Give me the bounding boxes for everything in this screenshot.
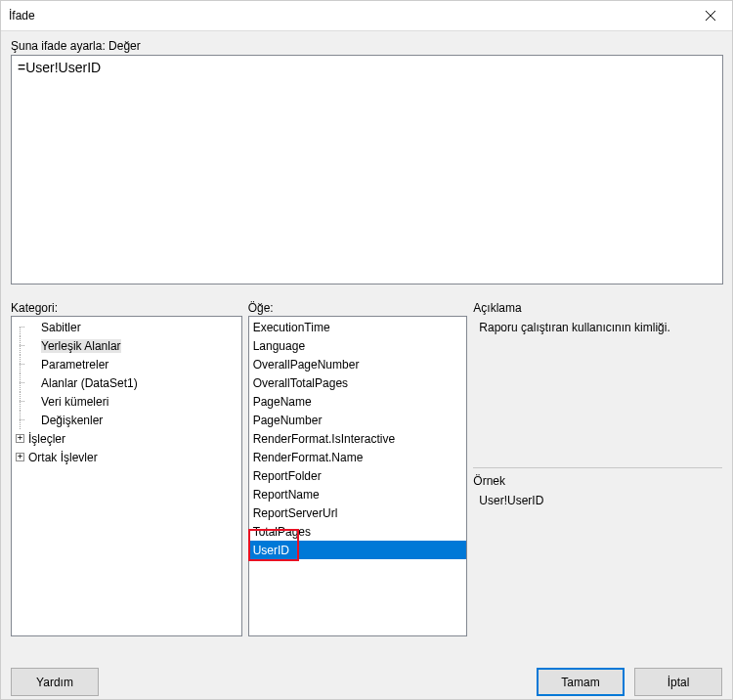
description-label: Açıklama [473,301,722,315]
cancel-button[interactable]: İptal [634,668,722,696]
dialog-content: Şuna ifade ayarla: Değer Kategori: Sabit… [1,30,732,700]
item-label: Öğe: [248,301,468,315]
list-item[interactable]: RenderFormat.IsInteractive [249,429,467,448]
tree-item-label: Veri kümeleri [41,395,108,409]
list-item[interactable]: OverallTotalPages [249,373,467,392]
example-text: User!UserID [479,494,722,507]
list-item[interactable]: PageNumber [249,411,467,429]
tree-item-label: Yerleşik Alanlar [41,339,121,353]
tree-item[interactable]: Ortak İşlevler [12,448,241,466]
list-item[interactable]: ExecutionTime [249,318,467,336]
tree-item[interactable]: Değişkenler [12,411,241,429]
list-item[interactable]: Language [249,336,467,355]
info-column: Açıklama Raporu çalıştıran kullanıcının … [473,301,722,636]
item-list[interactable]: ExecutionTimeLanguageOverallPageNumberOv… [248,316,468,636]
titlebar: İfade [1,1,732,30]
item-column: Öğe: ExecutionTimeLanguageOverallPageNum… [248,301,468,636]
window-title: İfade [9,9,35,22]
tree-item-label: İşleçler [28,432,65,446]
button-row: Yardım Tamam İptal [11,668,722,696]
close-icon [706,11,715,21]
category-column: Kategori: SabitlerYerleşik AlanlarParame… [11,301,242,636]
example-label: Örnek [473,474,722,488]
list-item[interactable]: TotalPages [249,522,467,541]
category-tree[interactable]: SabitlerYerleşik AlanlarParametrelerAlan… [11,316,242,636]
tree-item-label: Sabitler [41,321,81,334]
tree-item-label: Ortak İşlevler [28,451,98,464]
ok-button[interactable]: Tamam [537,668,625,696]
tree-item-label: Alanlar (DataSet1) [41,376,138,390]
tree-item[interactable]: Sabitler [12,318,241,336]
expand-icon[interactable] [16,434,24,443]
close-button[interactable] [688,1,732,30]
tree-item[interactable]: Parametreler [12,355,241,373]
tree-item[interactable]: Veri kümeleri [12,392,241,411]
example-section: Örnek User!UserID [473,474,722,507]
tree-item-label: Parametreler [41,358,108,372]
tree-item[interactable]: Yerleşik Alanlar [12,336,241,355]
expression-label: Şuna ifade ayarla: Değer [11,39,722,53]
list-item[interactable]: RenderFormat.Name [249,448,467,466]
category-label: Kategori: [11,301,242,315]
expand-icon[interactable] [16,453,24,461]
tree-item-label: Değişkenler [41,414,103,427]
tree-item[interactable]: İşleçler [12,429,241,448]
list-item[interactable]: OverallPageNumber [249,355,467,373]
description-section: Açıklama Raporu çalıştıran kullanıcının … [473,301,722,459]
list-item[interactable]: UserID [249,541,467,559]
list-item[interactable]: ReportName [249,485,467,503]
list-item[interactable]: PageName [249,392,467,411]
tree-item[interactable]: Alanlar (DataSet1) [12,373,241,392]
description-text: Raporu çalıştıran kullanıcının kimliği. [479,321,722,459]
list-item[interactable]: ReportFolder [249,466,467,485]
expression-textarea[interactable] [11,55,723,284]
separator [473,467,722,468]
list-item[interactable]: ReportServerUrl [249,503,467,522]
help-button[interactable]: Yardım [11,668,99,696]
columns: Kategori: SabitlerYerleşik AlanlarParame… [11,301,722,636]
